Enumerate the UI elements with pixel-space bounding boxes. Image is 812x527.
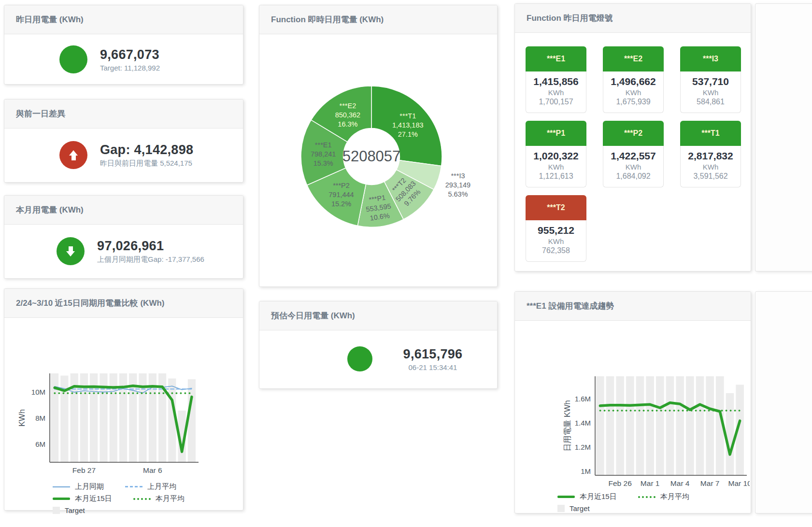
estimate-value: 9,615,796 xyxy=(387,347,479,362)
cutoff-card-edge xyxy=(755,3,812,271)
arrow-up-icon xyxy=(59,141,87,169)
y-axis-label: KWh xyxy=(17,409,26,427)
x-tick-label: Mar 4 xyxy=(670,479,690,487)
target-bar xyxy=(616,376,624,475)
month-usage-value: 97,026,961 xyxy=(97,239,204,254)
legend-item[interactable]: 本月平均 xyxy=(638,492,689,501)
target-bar xyxy=(686,376,694,475)
target-bar xyxy=(188,379,196,462)
legend-label: 本月近15日 xyxy=(75,494,112,503)
month-usage-gap: 上個月同期用電Gap: -17,377,566 xyxy=(97,255,204,264)
donut-center-total: 5208057 xyxy=(342,148,401,165)
y-tick-label: 6M xyxy=(35,440,45,448)
legend-swatch-icon xyxy=(557,496,575,498)
target-bar xyxy=(696,376,704,475)
legend-item[interactable]: 上月平均 xyxy=(125,482,176,491)
dashboard: { "cards": { "yesterday": { "title": "昨日… xyxy=(0,0,812,527)
yesterday-usage-target: Target: 11,128,992 xyxy=(100,64,201,72)
e1-trend-line-chart[interactable]: 1M1.2M1.4M1.6MFeb 26Mar 1Mar 4Mar 7Mar 1… xyxy=(515,321,750,487)
tile-unit: KWh xyxy=(683,163,739,171)
card-estimate-today: 預估今日用電量 (KWh) 9,615,796 06-21 15:34:41 xyxy=(259,301,498,389)
day-gap-value: Gap: 4,142,898 xyxy=(100,142,201,157)
y-tick-label: 1.4M xyxy=(575,419,591,427)
legend-item[interactable]: Target xyxy=(557,504,590,513)
tile-unit: KWh xyxy=(683,88,739,97)
card-title: Function 即時日用電量 (KWh) xyxy=(259,5,497,34)
x-tick-label: Mar 6 xyxy=(143,466,162,474)
status-tile-header: ***T1 xyxy=(680,121,741,146)
legend-item[interactable]: 上月同期 xyxy=(53,482,104,491)
arrow-down-icon xyxy=(57,237,85,265)
x-tick-label: Feb 27 xyxy=(72,466,96,474)
status-tile: ***P21,422,557KWh1,684,092 xyxy=(603,121,664,187)
legend-item[interactable]: 本月平均 xyxy=(133,494,185,503)
legend-swatch-icon xyxy=(638,496,655,498)
target-bar xyxy=(596,376,604,475)
tile-value: 537,710 xyxy=(683,76,739,87)
y-tick-label: 10M xyxy=(31,388,45,396)
tile-value: 2,817,832 xyxy=(683,150,739,162)
tile-target: 1,675,939 xyxy=(605,98,661,106)
card-yesterday-usage: 昨日用電量 (KWh) 9,667,073 Target: 11,128,992 xyxy=(4,5,243,85)
status-tile-header: ***E1 xyxy=(526,46,586,71)
status-tile: ***P11,020,322KWh1,121,613 xyxy=(526,121,586,187)
target-bar xyxy=(676,376,684,475)
lights-grid: ***E11,415,856KWh1,700,157***E21,496,662… xyxy=(515,33,751,262)
estimate-timestamp: 06-21 15:34:41 xyxy=(387,363,479,371)
legend-item[interactable]: 本月近15日 xyxy=(53,494,112,503)
status-tile: ***I3537,710KWh584,861 xyxy=(680,46,741,113)
legend-item[interactable]: 本月近15日 xyxy=(557,492,617,501)
legend-label: 本月平均 xyxy=(156,494,185,503)
tile-value: 1,415,856 xyxy=(528,76,584,87)
x-tick-label: Feb 26 xyxy=(609,479,632,487)
target-bar xyxy=(646,376,654,475)
status-tile-header: ***I3 xyxy=(680,46,741,71)
x-tick-label: Mar 1 xyxy=(641,479,660,487)
legend-swatch-icon xyxy=(53,507,60,514)
status-circle-icon xyxy=(347,346,372,371)
card-title: ***E1 設備用電達成趨勢 xyxy=(515,292,751,321)
legend-label: 本月近15日 xyxy=(580,492,617,501)
card-title: 2/24~3/10 近15日同期用電量比較 (KWh) xyxy=(4,289,243,318)
tile-value: 1,020,322 xyxy=(528,150,584,162)
tile-target: 584,861 xyxy=(683,98,739,106)
y-tick-label: 1.6M xyxy=(575,395,591,403)
status-tile: ***T12,817,832KWh3,591,562 xyxy=(680,121,741,187)
status-tile-body: 1,422,557KWh1,684,092 xyxy=(603,146,664,187)
card-compare-chart: 2/24~3/10 近15日同期用電量比較 (KWh) 6M8M10MFeb 2… xyxy=(4,288,243,511)
function-usage-donut-chart[interactable]: ***T11,413,18327.1%***I3293,1495.63%***T… xyxy=(259,34,496,286)
legend-swatch-icon xyxy=(133,498,151,500)
target-bar xyxy=(606,376,614,475)
tile-unit: KWh xyxy=(605,88,661,97)
x-tick-label: Mar 7 xyxy=(700,479,720,487)
card-title: 與前一日差異 xyxy=(4,100,243,128)
legend-label: 上月同期 xyxy=(75,482,104,491)
tile-target: 1,684,092 xyxy=(605,172,661,181)
legend-label: Target xyxy=(570,504,590,513)
tile-target: 3,591,562 xyxy=(683,172,739,181)
cutoff-card-edge xyxy=(755,291,812,513)
status-tile-body: 1,415,856KWh1,700,157 xyxy=(526,71,586,113)
card-day-gap: 與前一日差異 Gap: 4,142,898 昨日與前日用電量 5,524,175 xyxy=(4,99,243,183)
legend-label: 本月平均 xyxy=(660,492,689,501)
card-title: Function 昨日用電燈號 xyxy=(515,4,751,33)
card-title: 本月用電量 (KWh) xyxy=(4,196,243,225)
card-month-usage: 本月用電量 (KWh) 97,026,961 上個月同期用電Gap: -17,3… xyxy=(4,195,243,279)
legend-swatch-icon xyxy=(53,486,70,487)
tile-unit: KWh xyxy=(605,163,661,171)
target-bar xyxy=(626,376,634,475)
legend-label: Target xyxy=(65,506,85,514)
legend-item[interactable]: Target xyxy=(53,506,85,514)
compare-chart-legend: 上月同期上月平均本月近15日本月平均Target xyxy=(4,482,243,514)
tile-target: 1,121,613 xyxy=(528,172,584,181)
status-tile-header: ***P2 xyxy=(603,121,664,146)
y-tick-label: 8M xyxy=(35,414,45,422)
legend-swatch-icon xyxy=(125,486,142,487)
status-tile: ***T2955,212KWh762,358 xyxy=(526,195,586,262)
y-tick-label: 1M xyxy=(581,467,591,475)
y-tick-label: 1.2M xyxy=(575,443,591,451)
card-title: 預估今日用電量 (KWh) xyxy=(259,301,497,330)
card-function-realtime-donut: Function 即時日用電量 (KWh) ***T11,413,18327.1… xyxy=(259,5,498,287)
compare-line-chart[interactable]: 6M8M10MFeb 27Mar 6KWh xyxy=(4,318,242,477)
day-gap-subtext: 昨日與前日用電量 5,524,175 xyxy=(100,159,201,168)
